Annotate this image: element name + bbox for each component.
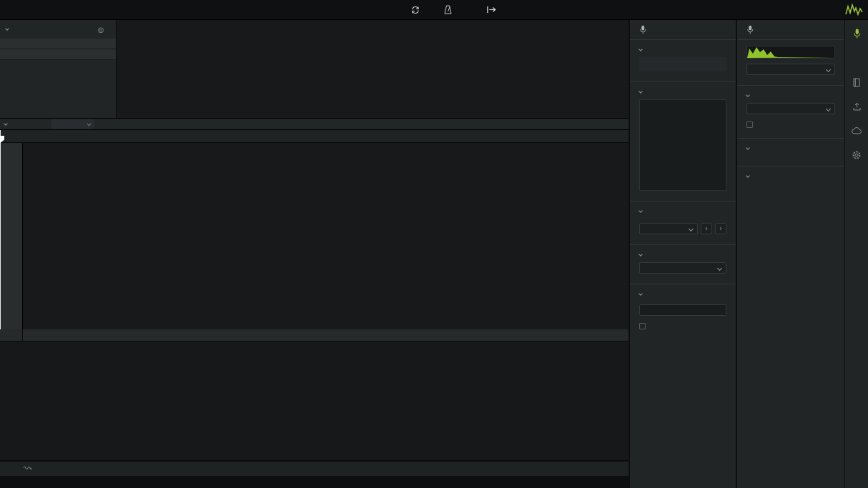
next-retake-button[interactable]: › <box>715 223 726 234</box>
parameters-section <box>737 166 844 194</box>
phonemes-section-header[interactable] <box>639 287 726 302</box>
version-select[interactable] <box>746 64 835 75</box>
grid-select[interactable] <box>51 119 94 129</box>
ai-retakes-section-header[interactable] <box>639 204 726 219</box>
expression-section-header[interactable] <box>639 85 726 99</box>
voice-panel <box>737 20 844 488</box>
app-root: ◎ <box>0 0 868 488</box>
note-language-header[interactable] <box>639 248 726 262</box>
editor-tab-bar <box>0 461 628 476</box>
arrangement-header[interactable]: ◎ <box>0 20 116 39</box>
settings-gear-icon[interactable] <box>845 147 868 163</box>
piano-roll-ruler[interactable] <box>0 130 628 143</box>
metronome-icon[interactable] <box>444 5 452 14</box>
parameter-editor[interactable] <box>0 342 628 461</box>
notes-panel: ‹ › <box>630 20 736 488</box>
checkbox-check-icon <box>746 121 753 128</box>
app-logo <box>845 4 864 19</box>
mode-segmented-control <box>639 57 726 71</box>
signature-lane[interactable] <box>0 39 116 49</box>
voice-version-section <box>737 40 844 85</box>
relaxed-consonants-checkbox[interactable] <box>746 121 835 128</box>
voice-language-section <box>737 85 844 138</box>
overdub-icon[interactable]: ◎ <box>98 26 104 34</box>
notes-panel-header <box>630 20 736 40</box>
voice-tab-icon[interactable] <box>845 26 868 41</box>
export-tab-icon[interactable] <box>845 99 868 114</box>
vocal-mode-header[interactable] <box>746 141 835 156</box>
ai-retakes-section: ‹ › <box>630 201 736 244</box>
mode-rap-button[interactable] <box>683 57 726 71</box>
note-language-section <box>630 244 736 284</box>
prev-retake-button[interactable]: ‹ <box>701 223 712 234</box>
piano-roll-header[interactable] <box>4 124 11 125</box>
piano-roll <box>0 130 628 329</box>
pitch-and-waveform-layer <box>23 143 237 250</box>
playhead[interactable] <box>0 130 1 329</box>
playback-marker-icon[interactable] <box>486 6 497 14</box>
expression-xy-pad[interactable] <box>639 99 726 191</box>
collapse-chevron-icon <box>4 121 8 126</box>
phoneme-timing-canvas[interactable] <box>0 342 628 461</box>
piano-roll-grid[interactable] <box>23 143 628 329</box>
wave-icon <box>24 465 32 472</box>
split-syllables-checkbox[interactable] <box>639 323 726 329</box>
note-properties-tab-icon[interactable] <box>845 50 868 66</box>
microphone-icon <box>639 25 646 34</box>
mode-section <box>630 40 736 81</box>
tempo-lane[interactable] <box>0 49 116 60</box>
piano-roll-toolbar <box>0 118 628 130</box>
voice-waveform-thumbnail[interactable] <box>746 46 835 59</box>
retake-selector-row: ‹ › <box>639 223 726 234</box>
arrangement-panel: ◎ <box>0 20 628 118</box>
parameters-header[interactable] <box>746 169 835 184</box>
mode-sing-button[interactable] <box>639 57 683 71</box>
voice-icon <box>746 25 754 34</box>
arrangement-sidebar: ◎ <box>0 20 117 118</box>
phonemes-section <box>630 284 736 339</box>
expression-section <box>630 81 736 201</box>
transport-bar <box>0 0 868 20</box>
side-icon-strip <box>844 20 868 488</box>
transport-controls <box>371 5 497 14</box>
piano-keys[interactable] <box>0 143 23 329</box>
mode-section-header[interactable] <box>639 43 726 57</box>
checkbox-check-icon <box>639 323 646 329</box>
library-tab-icon[interactable] <box>845 74 868 90</box>
voice-language-header[interactable] <box>746 89 835 103</box>
voice-language-select[interactable] <box>746 103 835 114</box>
retake-select[interactable] <box>639 223 698 234</box>
arrangement-tracks-area[interactable] <box>117 20 628 118</box>
loop-icon[interactable] <box>410 6 420 14</box>
phoneme-strip <box>0 329 628 342</box>
voice-panel-header <box>737 20 844 40</box>
vocal-mode-section <box>737 138 844 166</box>
note-language-select[interactable] <box>639 262 726 274</box>
phonemes-input[interactable] <box>639 304 726 316</box>
phoneme-strip-left-label <box>0 329 23 341</box>
collapse-chevron-icon <box>5 26 9 31</box>
cloud-tab-icon[interactable] <box>845 123 868 139</box>
